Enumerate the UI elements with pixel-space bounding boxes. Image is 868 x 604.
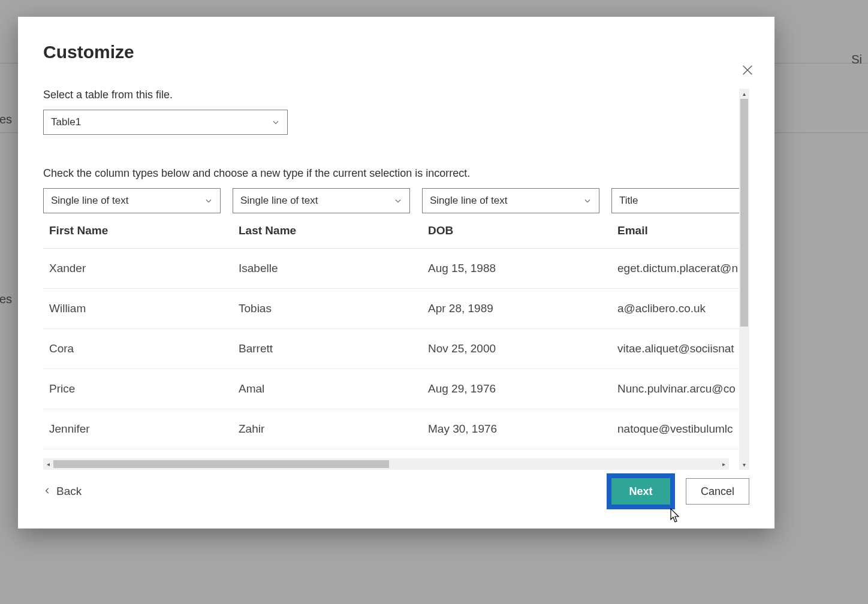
cell-email: a@aclibero.co.uk [611,289,739,329]
back-button[interactable]: Back [43,485,82,498]
cell-last-name: Zahir [233,409,422,449]
column-type-select-1[interactable]: Single line of text [233,188,410,213]
cell-first-name: Cora [43,329,233,369]
preview-table: First Name Last Name DOB Email Xander Is… [43,213,739,449]
cell-last-name: Tobias [233,289,422,329]
cell-first-name: William [43,289,233,329]
close-icon [741,64,754,79]
back-label: Back [56,485,82,498]
next-button-highlight: Next [607,473,675,509]
cancel-button[interactable]: Cancel [686,478,749,505]
chevron-down-icon [270,117,281,128]
table-row: Price Amal Aug 29, 1976 Nunc.pulvinar.ar… [43,369,739,409]
scroll-thumb[interactable] [740,99,748,327]
column-types-label: Check the column types below and choose … [43,167,739,180]
vertical-scrollbar[interactable]: ▴ ▾ [739,89,749,470]
cell-first-name: Xander [43,249,233,289]
scroll-right-arrow-icon[interactable]: ▸ [719,458,729,470]
column-type-select-3[interactable]: Title [611,188,739,213]
bg-text: es [0,292,12,306]
cell-dob: Apr 28, 1989 [422,289,611,329]
table-row: Jennifer Zahir May 30, 1976 natoque@vest… [43,409,739,449]
customize-dialog: Customize ▴ ▾ Select a table from this f… [18,17,774,528]
cell-dob: Aug 29, 1976 [422,369,611,409]
cell-email: vitae.aliquet@sociisnat [611,329,739,369]
cell-last-name: Isabelle [233,249,422,289]
column-header[interactable]: Last Name [233,213,422,249]
cell-email: Nunc.pulvinar.arcu@co [611,369,739,409]
dialog-title: Customize [43,42,749,62]
cell-email: eget.dictum.placerat@n [611,249,739,289]
column-type-value: Single line of text [240,195,318,207]
bg-text: Si [851,53,862,67]
bg-text: es [0,113,12,126]
column-type-select-2[interactable]: Single line of text [422,188,599,213]
chevron-down-icon [582,195,593,206]
scroll-down-arrow-icon[interactable]: ▾ [739,460,749,470]
close-button[interactable] [737,61,758,81]
cell-dob: Aug 15, 1988 [422,249,611,289]
scroll-thumb[interactable] [53,460,389,468]
cell-last-name: Barrett [233,329,422,369]
chevron-left-icon [43,485,52,498]
cell-dob: Nov 25, 2000 [422,329,611,369]
cell-last-name: Amal [233,369,422,409]
horizontal-scrollbar[interactable]: ◂ ▸ [43,458,729,470]
table-row: Xander Isabelle Aug 15, 1988 eget.dictum… [43,249,739,289]
mouse-cursor-icon [669,508,681,524]
column-type-value: Title [619,195,638,207]
chevron-down-icon [393,195,403,206]
column-header[interactable]: Email [611,213,739,249]
table-row: Cora Barrett Nov 25, 2000 vitae.aliquet@… [43,329,739,369]
cell-first-name: Jennifer [43,409,233,449]
table-select-value: Table1 [51,116,81,128]
table-row: William Tobias Apr 28, 1989 a@aclibero.c… [43,289,739,329]
cell-dob: May 30, 1976 [422,409,611,449]
table-select-label: Select a table from this file. [43,89,739,101]
column-header[interactable]: DOB [422,213,611,249]
chevron-down-icon [203,195,214,206]
column-type-value: Single line of text [51,195,128,207]
table-select[interactable]: Table1 [43,110,288,135]
next-button[interactable]: Next [611,478,670,505]
scroll-up-arrow-icon[interactable]: ▴ [739,89,749,99]
column-type-select-0[interactable]: Single line of text [43,188,221,213]
scroll-left-arrow-icon[interactable]: ◂ [43,458,53,470]
cell-first-name: Price [43,369,233,409]
column-header[interactable]: First Name [43,213,233,249]
column-type-value: Single line of text [430,195,507,207]
cell-email: natoque@vestibulumlc [611,409,739,449]
